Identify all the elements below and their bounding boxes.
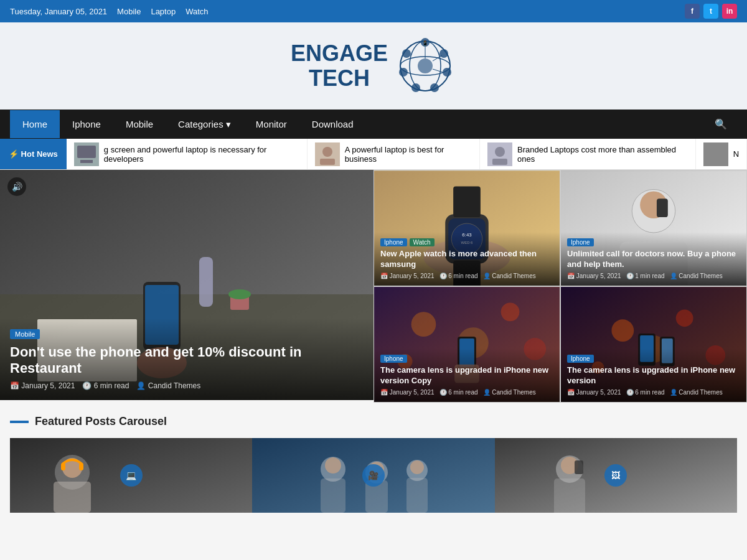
svg-point-6 xyxy=(443,68,451,77)
svg-rect-20 xyxy=(320,159,335,165)
card-2-overlay: Iphone Unlimited call for doctors now. B… xyxy=(561,232,746,286)
card-1-read: 🕐 6 min read xyxy=(439,273,478,279)
ticker-text-3: Branded Laptops cost more than assembled… xyxy=(517,145,688,164)
svg-point-59 xyxy=(676,309,693,327)
nav-mobile[interactable]: Mobile xyxy=(113,110,166,138)
card-2-date: 📅 January 5, 2021 xyxy=(567,273,621,279)
svg-point-50 xyxy=(501,302,520,321)
ticker-thumb-2 xyxy=(315,142,340,166)
card-3-read: 🕐 6 min read xyxy=(439,389,478,396)
card-3-tag-iphone: Iphone xyxy=(380,355,407,363)
featured-section: Featured Posts Carousel xyxy=(0,403,747,525)
svg-point-5 xyxy=(439,49,448,58)
carousel-card-2[interactable]: 🎥 xyxy=(252,438,494,513)
card-2-meta: 📅 January 5, 2021 🕐 1 min read 👤 Candid … xyxy=(567,273,740,279)
card-watch[interactable]: 6:43 WED 6 Iphone Watch New Apple watch … xyxy=(374,170,560,286)
nav-monitor[interactable]: Monitor xyxy=(243,110,299,138)
card-phone-call[interactable]: Iphone Unlimited call for doctors now. B… xyxy=(560,170,747,286)
hero-card[interactable]: 🔊 Mobile Don't use the phone and get 10%… xyxy=(0,170,374,400)
ticker-text-1: g screen and powerful laptop is necessar… xyxy=(104,145,299,164)
carousel-card-1[interactable]: 💻 xyxy=(10,438,252,513)
svg-rect-72 xyxy=(79,463,83,470)
nav-link-laptop[interactable]: Laptop xyxy=(151,7,176,16)
card-2-read: 🕐 1 min read xyxy=(626,273,665,279)
card-3-date: 📅 January 5, 2021 xyxy=(380,389,435,396)
card-4-read: 🕐 6 min read xyxy=(626,389,665,396)
twitter-icon[interactable]: t xyxy=(703,4,718,19)
carousel-card-3[interactable]: 🖼 xyxy=(495,438,737,513)
nav-categories[interactable]: Categories ▾ xyxy=(166,110,243,139)
svg-point-19 xyxy=(322,147,332,157)
ticker-item-3[interactable]: Branded Laptops cost more than assembled… xyxy=(480,139,696,169)
hot-news-ticker: g screen and powerful laptop is necessar… xyxy=(67,139,747,169)
site-logo[interactable]: ENGAGETECH xyxy=(291,41,388,90)
ticker-thumb-4 xyxy=(703,142,728,166)
svg-point-10 xyxy=(402,49,411,58)
nav-download[interactable]: Download xyxy=(299,110,366,138)
card-concert-1[interactable]: Iphone The camera lens is upgraded in iP… xyxy=(374,286,560,403)
sound-button[interactable]: 🔊 xyxy=(7,177,26,196)
ticker-item-4[interactable]: N xyxy=(696,139,747,169)
card-3-title: The camera lens is upgraded in iPhone ne… xyxy=(380,365,553,386)
nav-iphone[interactable]: Iphone xyxy=(60,110,113,138)
ticker-item-1[interactable]: g screen and powerful laptop is necessar… xyxy=(67,139,308,169)
hot-news-bar: ⚡ Hot News g screen and powerful laptop … xyxy=(0,139,747,170)
card-1-tag-watch: Watch xyxy=(410,238,435,246)
ticker-thumb-3 xyxy=(487,142,512,166)
ticker-text-2: A powerful laptop is best for business xyxy=(345,145,472,164)
svg-text:📱: 📱 xyxy=(422,40,428,46)
ticker-thumb-1 xyxy=(74,142,99,166)
card-1-meta: 📅 January 5, 2021 🕐 6 min read 👤 Candid … xyxy=(380,273,553,279)
card-3-author: 👤 Candid Themes xyxy=(483,389,536,396)
svg-point-22 xyxy=(495,147,505,157)
svg-rect-24 xyxy=(703,142,728,166)
card-3-meta: 📅 January 5, 2021 🕐 6 min read 👤 Candid … xyxy=(380,389,553,396)
card-2-author: 👤 Candid Themes xyxy=(670,273,723,279)
svg-rect-71 xyxy=(61,463,65,470)
facebook-icon[interactable]: f xyxy=(685,4,700,19)
hero-author: 👤 Candid Themes xyxy=(136,381,200,390)
carousel-icon-2: 🎥 xyxy=(362,464,385,487)
svg-rect-87 xyxy=(575,460,583,474)
card-4-title: The camera lens is upgraded in iPhone ne… xyxy=(567,365,740,386)
nav-link-mobile[interactable]: Mobile xyxy=(117,7,141,16)
carousel-icon-1: 💻 xyxy=(120,464,143,487)
svg-point-29 xyxy=(228,289,251,299)
svg-point-75 xyxy=(325,457,341,474)
ticker-text-4: N xyxy=(733,149,739,159)
section-header: Featured Posts Carousel xyxy=(10,415,737,428)
carousel-grid: 💻 🎥 xyxy=(10,438,737,513)
nav-home[interactable]: Home xyxy=(10,110,60,138)
nav-link-watch[interactable]: Watch xyxy=(186,7,208,16)
svg-rect-76 xyxy=(321,478,345,513)
section-bar xyxy=(10,421,29,423)
ticker-item-2[interactable]: A powerful laptop is best for business xyxy=(308,139,480,169)
svg-rect-82 xyxy=(406,478,428,513)
svg-rect-17 xyxy=(80,160,93,163)
svg-rect-23 xyxy=(492,159,507,165)
hero-date: 📅 January 5, 2021 xyxy=(10,381,75,390)
svg-point-8 xyxy=(411,83,420,92)
svg-point-49 xyxy=(411,312,436,337)
card-concert-2[interactable]: Iphone The camera lens is upgraded in iP… xyxy=(560,286,747,403)
card-1-author: 👤 Candid Themes xyxy=(483,273,536,279)
hero-read-time: 🕐 6 min read xyxy=(82,381,129,390)
card-4-tag-iphone: Iphone xyxy=(567,355,594,363)
carousel-icon-3: 🖼 xyxy=(604,464,627,487)
logo-icon: 📱 xyxy=(394,35,456,97)
svg-rect-47 xyxy=(657,198,668,217)
svg-rect-27 xyxy=(199,257,213,307)
search-icon[interactable]: 🔍 xyxy=(705,110,737,139)
main-content-grid: 🔊 Mobile Don't use the phone and get 10%… xyxy=(0,170,747,403)
section-title: Featured Posts Carousel xyxy=(35,415,167,428)
site-header: ENGAGETECH 📱 xyxy=(0,22,747,110)
card-2-title: Unlimited call for doctors now. Buy a ph… xyxy=(567,249,740,270)
hot-news-label: ⚡ Hot News xyxy=(0,139,67,169)
instagram-icon[interactable]: in xyxy=(722,4,737,19)
svg-line-14 xyxy=(433,69,443,72)
top-bar-right: f t in xyxy=(685,4,737,19)
hero-badge: Mobile xyxy=(10,329,40,339)
card-1-title: New Apple watch is more advanced then sa… xyxy=(380,249,553,270)
card-3-overlay: Iphone The camera lens is upgraded in iP… xyxy=(374,348,560,402)
svg-rect-70 xyxy=(54,482,91,513)
